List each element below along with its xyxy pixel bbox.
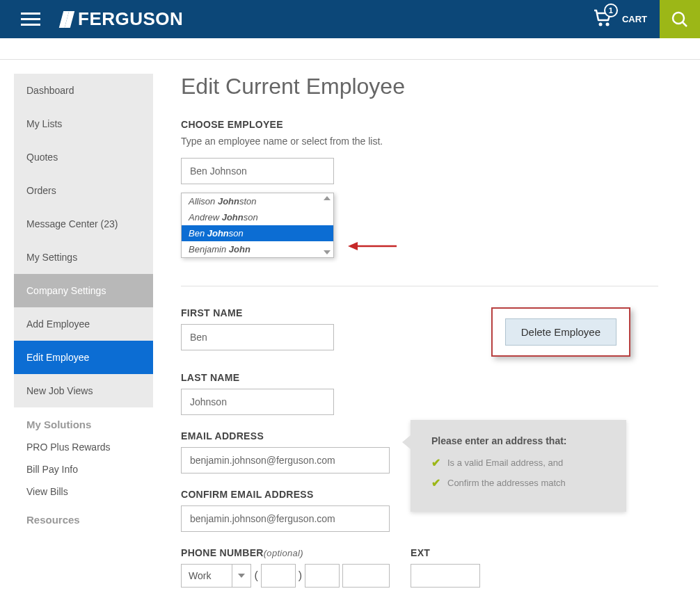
sidebar-item-dashboard[interactable]: Dashboard bbox=[14, 74, 153, 107]
autocomplete-option-selected[interactable]: Ben Johnson bbox=[182, 225, 333, 241]
delete-employee-button[interactable]: Delete Employee bbox=[505, 318, 617, 346]
svg-point-0 bbox=[598, 22, 602, 26]
confirm-email-label: CONFIRM EMAIL ADDRESS bbox=[181, 489, 658, 500]
search-icon bbox=[671, 10, 689, 29]
sidebar-link-view-bills[interactable]: View Bills bbox=[14, 480, 153, 503]
autocomplete-scrollbar[interactable] bbox=[321, 193, 333, 257]
autocomplete-option[interactable]: Allison Johnston bbox=[182, 193, 333, 209]
svg-point-2 bbox=[673, 13, 684, 24]
last-name-label: LAST NAME bbox=[181, 372, 658, 383]
sidebar-heading-solutions: My Solutions bbox=[14, 407, 153, 436]
sidebar-item-edit-employee[interactable]: Edit Employee bbox=[14, 341, 153, 374]
brand-name: FERGUSON bbox=[78, 8, 183, 30]
phone-area-input[interactable] bbox=[261, 564, 296, 588]
sidebar-item-new-job-views[interactable]: New Job Views bbox=[14, 374, 153, 407]
svg-point-1 bbox=[605, 22, 609, 26]
menu-icon[interactable] bbox=[21, 9, 40, 29]
ext-label: EXT bbox=[411, 547, 480, 558]
phone-label: PHONE NUMBER(optional) bbox=[181, 547, 390, 558]
choose-employee-label: CHOOSE EMPLOYEE bbox=[181, 119, 658, 130]
tooltip-item: ✔Confirm the addresses match bbox=[431, 476, 605, 489]
sidebar-item-company-settings[interactable]: Company Settings bbox=[14, 274, 153, 307]
sidebar-item-my-lists[interactable]: My Lists bbox=[14, 107, 153, 140]
sidebar-item-message-center[interactable]: Message Center (23) bbox=[14, 207, 153, 241]
scroll-down-icon[interactable] bbox=[324, 250, 331, 254]
check-icon: ✔ bbox=[431, 456, 440, 469]
phone-type-select[interactable]: Work bbox=[181, 564, 251, 588]
sidebar-item-quotes[interactable]: Quotes bbox=[14, 140, 153, 174]
autocomplete-option[interactable]: Benjamin John bbox=[182, 241, 333, 257]
choose-employee-hint: Type an employee name or select from the… bbox=[181, 136, 658, 147]
page-title: Edit Current Employee bbox=[181, 74, 658, 99]
autocomplete-option[interactable]: Andrew Johnson bbox=[182, 209, 333, 225]
top-header: FERGUSON 1 CART bbox=[0, 0, 700, 38]
cart-icon: 1 bbox=[593, 9, 612, 30]
choose-employee-input[interactable] bbox=[181, 158, 334, 184]
sidebar-item-add-employee[interactable]: Add Employee bbox=[14, 307, 153, 341]
annotation-arrow-icon bbox=[348, 239, 397, 253]
check-icon: ✔ bbox=[431, 476, 440, 489]
tooltip-item: ✔Is a valid Email address, and bbox=[431, 456, 605, 469]
main-content: Edit Current Employee CHOOSE EMPLOYEE Ty… bbox=[181, 74, 686, 588]
last-name-input[interactable] bbox=[181, 389, 334, 415]
sidebar-item-my-settings[interactable]: My Settings bbox=[14, 241, 153, 274]
tooltip-title: Please enter an address that: bbox=[431, 435, 605, 446]
delete-employee-highlight: Delete Employee bbox=[491, 307, 630, 357]
cart-button[interactable]: 1 CART bbox=[580, 0, 660, 38]
autocomplete-dropdown[interactable]: Allison Johnston Andrew Johnson Ben John… bbox=[181, 193, 334, 258]
cart-badge: 1 bbox=[604, 3, 618, 17]
sidebar-link-pro-plus[interactable]: PRO Plus Rewards bbox=[14, 436, 153, 458]
first-name-input[interactable] bbox=[181, 324, 334, 350]
search-button[interactable] bbox=[660, 0, 700, 38]
sidebar-link-bill-pay[interactable]: Bill Pay Info bbox=[14, 458, 153, 480]
email-input[interactable] bbox=[181, 447, 390, 473]
cart-label: CART bbox=[622, 14, 647, 24]
svg-marker-5 bbox=[348, 242, 358, 250]
scroll-up-icon[interactable] bbox=[324, 196, 331, 200]
phone-line-input[interactable] bbox=[342, 564, 390, 588]
sidebar-item-orders[interactable]: Orders bbox=[14, 174, 153, 207]
first-name-label: FIRST NAME bbox=[181, 307, 334, 318]
chevron-down-icon bbox=[232, 565, 250, 587]
svg-line-3 bbox=[683, 22, 687, 26]
ext-input[interactable] bbox=[411, 564, 480, 588]
section-divider bbox=[181, 286, 658, 286]
brand-logo[interactable]: FERGUSON bbox=[61, 8, 183, 30]
sidebar-heading-resources: Resources bbox=[14, 503, 153, 531]
phone-prefix-input[interactable] bbox=[305, 564, 340, 588]
confirm-email-input[interactable] bbox=[181, 505, 390, 532]
sidebar: Dashboard My Lists Quotes Orders Message… bbox=[14, 74, 153, 588]
